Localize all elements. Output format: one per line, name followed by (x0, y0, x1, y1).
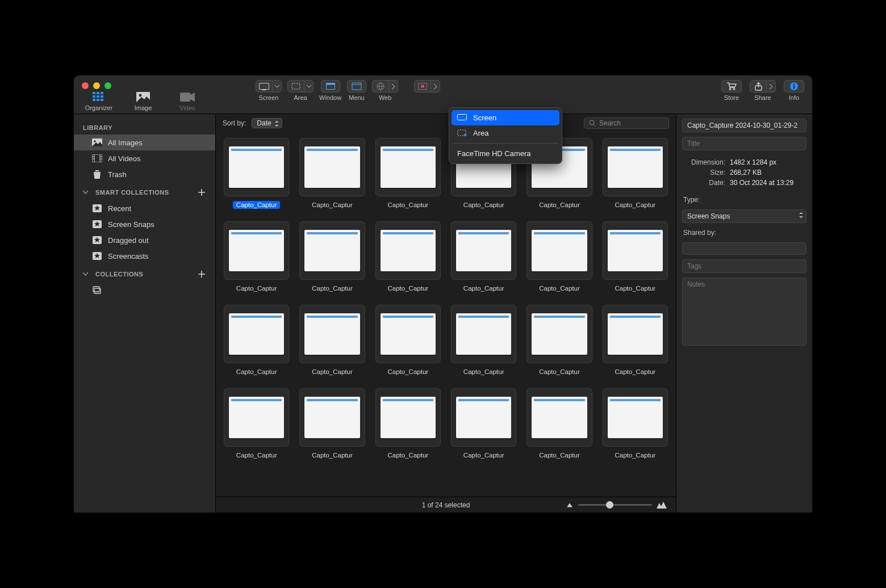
star-icon (92, 204, 102, 213)
svg-rect-17 (352, 83, 361, 90)
thumbnail-caption: Capto_Captur (235, 368, 278, 376)
sidebar-item-label: Recent (108, 204, 131, 213)
sidebar-item-label: Screencasts (108, 252, 149, 261)
share-button[interactable] (750, 80, 776, 93)
svg-rect-8 (101, 99, 103, 101)
zoom-slider[interactable] (566, 502, 667, 509)
sidebar-item-recent[interactable]: Recent (74, 200, 215, 216)
sidebar-section-smart[interactable]: SMART COLLECTIONS (74, 182, 215, 200)
capture-web-button[interactable] (372, 80, 398, 93)
thumbnail-card[interactable]: Capto_Captur (451, 305, 516, 376)
thumbnail-card[interactable]: Capto_Captur (526, 221, 592, 292)
thumbnail-card[interactable]: Capto_Captur (299, 221, 365, 292)
tags-field[interactable]: Tags (682, 259, 806, 273)
menu-item-label: FaceTime HD Camera (457, 149, 531, 158)
sidebar-item-all-videos[interactable]: All Videos (74, 150, 215, 166)
thumbnail-card[interactable]: Capto_Captur (375, 221, 441, 292)
record-button[interactable] (414, 80, 440, 93)
close-button[interactable] (82, 82, 89, 89)
thumbnail-card[interactable]: Capto_Captur (224, 138, 289, 209)
thumbnail-card[interactable]: Capto_Captur (603, 221, 668, 292)
menu-item-label: Area (473, 129, 488, 137)
menu-item-area[interactable]: Area (452, 125, 559, 141)
thumbnail-card[interactable]: Capto_Captur (299, 388, 365, 459)
capture-area-button[interactable] (287, 80, 314, 93)
sidebar-item-dragged-out[interactable]: Dragged out (74, 232, 215, 248)
star-icon (92, 236, 102, 245)
thumbnail-card[interactable]: Capto_Captur (375, 138, 441, 209)
svg-point-10 (139, 94, 142, 97)
mode-organizer[interactable]: Organizer (82, 91, 116, 111)
mode-label: Organizer (85, 104, 112, 111)
sort-label: Sort by: (223, 119, 246, 127)
store-button[interactable] (721, 80, 742, 93)
thumbnail-card[interactable]: Capto_Captur (375, 305, 441, 376)
thumbnail-card[interactable]: Capto_Captur (224, 388, 289, 459)
thumbnail-card[interactable]: Capto_Captur (375, 388, 441, 459)
menu-item-screen[interactable]: Screen (452, 110, 559, 125)
section-title: SMART COLLECTIONS (95, 189, 169, 196)
add-collection-button[interactable] (197, 270, 206, 279)
capture-screen-button[interactable] (256, 80, 282, 93)
capture-toolbar: Screen Area Window Menu (256, 80, 440, 101)
filename-field[interactable]: Capto_Capture 2024-10-30_01-29-2 (682, 119, 806, 132)
thumbnail-card[interactable]: Capto_Captur (451, 388, 516, 459)
chevron-down-icon[interactable] (273, 80, 282, 93)
sidebar-section-collections[interactable]: COLLECTIONS (74, 264, 215, 282)
sidebar-item-screen-snaps[interactable]: Screen Snaps (74, 216, 215, 232)
slider-thumb[interactable] (606, 501, 613, 509)
thumbnail-caption: Capto_Captur (311, 201, 354, 209)
thumbnail-card[interactable]: Capto_Captur (603, 138, 668, 209)
date-label: Date: (683, 179, 725, 187)
svg-point-50 (464, 134, 467, 137)
thumbnail-card[interactable]: Capto_Captur (299, 305, 365, 376)
mode-image[interactable]: Image (126, 91, 160, 111)
sidebar-item-screencasts[interactable]: Screencasts (74, 248, 215, 264)
info-button[interactable] (784, 80, 804, 93)
capture-menu-button[interactable] (347, 80, 366, 93)
thumbnail-card[interactable]: Capto_Captur (526, 388, 592, 459)
thumbnail-card[interactable]: Capto_Captur (603, 305, 668, 376)
thumbnail-card[interactable]: Capto_Captur (603, 388, 668, 459)
thumbnail-caption: Capto_Captur (311, 368, 354, 376)
thumbnail-card[interactable]: Capto_Captur (526, 305, 592, 376)
toolbar-label: Web (379, 94, 391, 101)
trash-icon (92, 170, 102, 179)
sort-select[interactable]: Date (252, 118, 282, 128)
title-field[interactable]: Title (682, 137, 806, 150)
type-select[interactable]: Screen Snaps (682, 209, 806, 223)
fullscreen-button[interactable] (105, 82, 111, 89)
sidebar-item-trash[interactable]: Trash (74, 166, 215, 182)
search-input[interactable]: Search (584, 117, 669, 129)
slider-track[interactable] (578, 504, 652, 506)
menu-item-camera[interactable]: FaceTime HD Camera (452, 146, 559, 161)
chevron-down-icon[interactable] (304, 80, 314, 93)
image-icon (135, 91, 152, 103)
thumbnail-caption: Capto_Captur (462, 451, 505, 459)
toolbar-label: Info (789, 94, 799, 101)
thumbnail-caption: Capto_Captur (387, 201, 430, 209)
svg-rect-3 (93, 95, 95, 98)
thumbnail-card[interactable]: Capto_Captur (299, 138, 365, 209)
section-title: COLLECTIONS (95, 271, 143, 278)
add-smart-collection-button[interactable] (197, 188, 206, 197)
chevron-right-icon[interactable] (431, 80, 440, 93)
shared-field[interactable] (682, 242, 806, 255)
thumbnail-card[interactable]: Capto_Captur (224, 305, 289, 376)
chevron-right-icon[interactable] (389, 80, 398, 93)
thumbnail-card[interactable]: Capto_Captur (224, 221, 289, 292)
sidebar-item-collection[interactable] (74, 282, 215, 298)
thumbnail-grid[interactable]: Capto_CapturCapto_CapturCapto_CapturCapt… (216, 132, 676, 497)
sidebar-item-all-images[interactable]: All Images (74, 135, 215, 150)
sidebar-item-label: Dragged out (108, 236, 149, 245)
svg-rect-1 (97, 92, 99, 94)
thumbnail-caption: Capto_Captur (614, 451, 657, 459)
menu-item-label: Screen (473, 114, 496, 122)
thumbnail-caption: Capto_Captur (614, 201, 657, 209)
chevron-right-icon[interactable] (767, 80, 776, 93)
minimize-button[interactable] (93, 82, 100, 89)
thumbnail-card[interactable]: Capto_Captur (451, 221, 516, 292)
thumbnail-caption: Capto_Captur (538, 368, 581, 376)
capture-window-button[interactable] (321, 80, 340, 93)
notes-field[interactable]: Notes (682, 278, 806, 346)
